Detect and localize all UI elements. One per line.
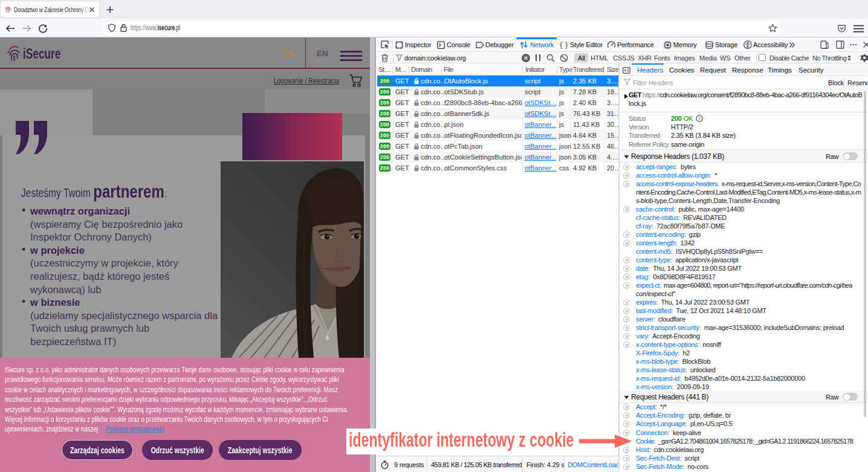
svg-text:?: ? xyxy=(698,116,701,121)
